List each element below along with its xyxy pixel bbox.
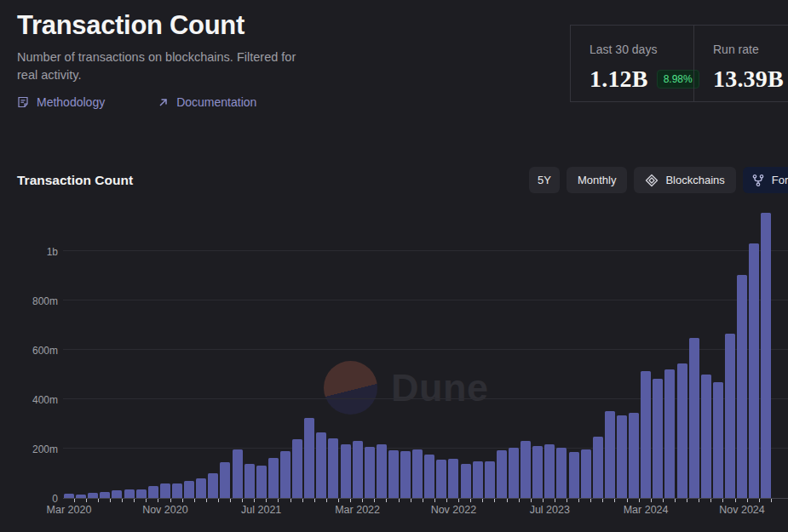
bar[interactable] bbox=[353, 441, 363, 498]
watermark-text: Dune bbox=[391, 366, 489, 410]
x-axis-tick bbox=[326, 499, 327, 502]
bar[interactable] bbox=[448, 459, 458, 498]
x-axis-tick bbox=[759, 499, 760, 502]
x-axis-tick bbox=[771, 499, 772, 502]
document-icon bbox=[17, 96, 29, 108]
bar[interactable] bbox=[641, 371, 651, 498]
gridline bbox=[63, 349, 788, 350]
bar[interactable] bbox=[713, 382, 723, 498]
x-axis-tick bbox=[386, 499, 387, 502]
bar[interactable] bbox=[424, 455, 434, 498]
x-axis-tick-label: Mar 2022 bbox=[335, 504, 380, 516]
stat-value: 13.39B bbox=[713, 66, 784, 93]
bar[interactable] bbox=[725, 334, 735, 498]
bar[interactable] bbox=[341, 444, 351, 498]
stat-label: Last 30 days bbox=[590, 43, 693, 56]
x-axis-tick bbox=[314, 499, 315, 502]
bar[interactable] bbox=[473, 461, 483, 498]
bar[interactable] bbox=[160, 483, 170, 498]
bar[interactable] bbox=[400, 451, 411, 499]
blockchains-filter-button[interactable]: Blockchains bbox=[634, 167, 735, 193]
bar[interactable] bbox=[388, 450, 399, 498]
bar[interactable] bbox=[664, 369, 675, 498]
x-axis-tick bbox=[470, 499, 471, 502]
x-axis-tick bbox=[482, 499, 483, 502]
x-axis-tick bbox=[555, 499, 555, 502]
granularity-monthly-button[interactable]: Monthly bbox=[567, 167, 628, 193]
bar[interactable] bbox=[136, 489, 147, 498]
methodology-link[interactable]: Methodology bbox=[17, 95, 105, 109]
documentation-link-label: Documentation bbox=[176, 95, 256, 109]
x-axis-tick-label: Mar 2024 bbox=[624, 504, 669, 516]
bar[interactable] bbox=[461, 464, 471, 498]
bar[interactable] bbox=[497, 450, 507, 498]
bar[interactable] bbox=[365, 447, 375, 498]
bar[interactable] bbox=[521, 441, 531, 498]
fork-button[interactable]: Fork bbox=[743, 167, 788, 193]
bar[interactable] bbox=[233, 449, 243, 498]
bar[interactable] bbox=[64, 494, 74, 498]
bar[interactable] bbox=[208, 473, 218, 498]
x-axis-tick bbox=[242, 499, 243, 502]
bar[interactable] bbox=[184, 481, 194, 498]
summary-stats-panel: Last 30 days 1.12B 8.98% Run rate 13.39B bbox=[570, 25, 788, 102]
bar[interactable] bbox=[761, 213, 771, 498]
bar[interactable] bbox=[280, 451, 290, 499]
range-5y-button[interactable]: 5Y bbox=[529, 167, 560, 193]
bar[interactable] bbox=[509, 448, 519, 498]
x-axis-tick bbox=[194, 499, 195, 502]
x-axis-tick bbox=[122, 499, 123, 502]
x-axis-tick bbox=[494, 499, 495, 502]
bar[interactable] bbox=[689, 338, 699, 498]
bar[interactable] bbox=[100, 492, 110, 498]
bar[interactable] bbox=[617, 415, 627, 498]
bar[interactable] bbox=[76, 495, 86, 498]
dune-watermark: Dune bbox=[324, 361, 489, 415]
stat-last-30-days: Last 30 days 1.12B 8.98% bbox=[571, 26, 693, 101]
x-axis-tick bbox=[170, 499, 171, 502]
bar[interactable] bbox=[377, 444, 387, 498]
methodology-link-label: Methodology bbox=[37, 95, 105, 109]
bar[interactable] bbox=[653, 379, 663, 498]
documentation-link[interactable]: Documentation bbox=[158, 95, 256, 109]
bar[interactable] bbox=[412, 449, 423, 498]
bar[interactable] bbox=[304, 418, 314, 498]
bar[interactable] bbox=[172, 483, 182, 498]
arrow-up-right-icon bbox=[158, 97, 169, 108]
bar[interactable] bbox=[593, 437, 603, 498]
x-axis-tick-label: Jul 2021 bbox=[241, 504, 281, 516]
bar[interactable] bbox=[749, 243, 759, 498]
bar[interactable] bbox=[244, 464, 255, 498]
bar[interactable] bbox=[316, 432, 326, 498]
x-axis-tick-label: Mar 2020 bbox=[47, 504, 92, 516]
bar[interactable] bbox=[581, 449, 591, 498]
dune-dashboard-page: Transaction Count Number of transactions… bbox=[0, 0, 788, 532]
bar[interactable] bbox=[256, 466, 267, 498]
bar[interactable] bbox=[436, 460, 446, 498]
bar[interactable] bbox=[148, 486, 158, 499]
bar[interactable] bbox=[112, 490, 122, 498]
x-axis-tick bbox=[158, 499, 158, 502]
bar[interactable] bbox=[124, 489, 135, 499]
bar[interactable] bbox=[328, 438, 338, 498]
bar[interactable] bbox=[701, 375, 711, 499]
bar[interactable] bbox=[544, 444, 555, 498]
bar[interactable] bbox=[629, 413, 639, 499]
bar[interactable] bbox=[292, 439, 302, 498]
bar[interactable] bbox=[737, 275, 747, 498]
bar[interactable] bbox=[569, 452, 579, 498]
bar[interactable] bbox=[88, 493, 98, 498]
bar[interactable] bbox=[677, 363, 687, 498]
bar[interactable] bbox=[556, 448, 567, 498]
x-axis-tick bbox=[218, 499, 219, 502]
x-axis-tick bbox=[182, 499, 183, 502]
y-axis-tick-label: 800m bbox=[32, 295, 58, 307]
bar[interactable] bbox=[220, 462, 230, 498]
bar[interactable] bbox=[605, 411, 615, 498]
header-links: Methodology Documentation bbox=[17, 95, 256, 109]
bar[interactable] bbox=[485, 461, 495, 498]
bar[interactable] bbox=[532, 446, 543, 498]
x-axis-tick bbox=[614, 499, 615, 502]
bar[interactable] bbox=[196, 478, 206, 498]
bar[interactable] bbox=[268, 458, 279, 498]
